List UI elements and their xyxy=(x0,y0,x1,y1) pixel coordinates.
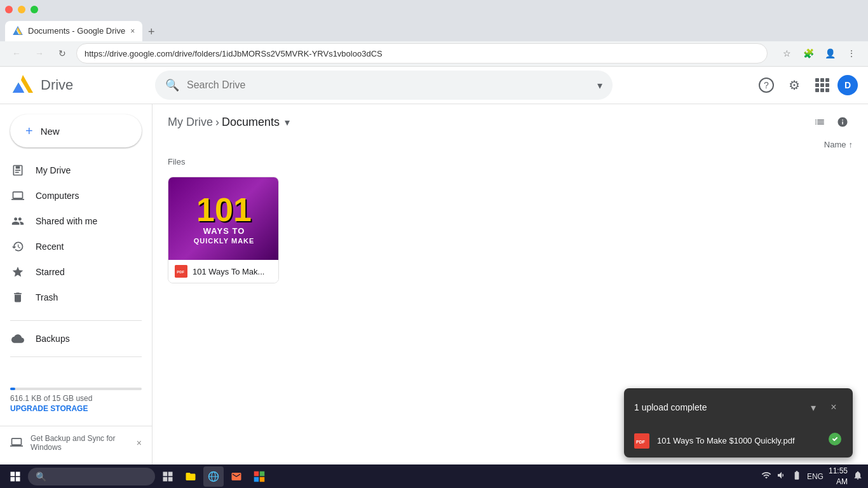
storage-bar-fill xyxy=(10,388,15,390)
tab-close-btn[interactable]: × xyxy=(130,27,135,36)
tab-title: Documents - Google Drive xyxy=(28,26,125,36)
breadcrumb-parent-link[interactable]: My Drive xyxy=(168,116,213,129)
upload-pdf-icon: PDF xyxy=(634,433,649,449)
start-btn[interactable] xyxy=(5,466,25,487)
close-window-btn[interactable] xyxy=(5,6,13,13)
top-bar: Drive 🔍 ▾ ? ⚙ xyxy=(0,67,868,104)
apps-btn[interactable] xyxy=(810,72,835,98)
maximize-window-btn[interactable] xyxy=(31,6,38,13)
new-tab-btn[interactable]: + xyxy=(142,24,160,41)
breadcrumb-current[interactable]: Documents xyxy=(222,116,280,129)
sort-by-name-btn[interactable]: Name ↑ xyxy=(824,140,853,149)
taskbar-task-view-btn[interactable] xyxy=(158,466,178,487)
taskbar-store-btn[interactable] xyxy=(249,466,269,487)
sidebar-item-backups[interactable]: Backups xyxy=(0,326,147,351)
sidebar-item-computers-label: Computers xyxy=(36,191,79,201)
url-bar[interactable]: https://drive.google.com/drive/folders/1… xyxy=(76,43,768,64)
extensions-icon[interactable]: 🧩 xyxy=(799,44,817,62)
url-text: https://drive.google.com/drive/folders/1… xyxy=(85,49,383,58)
forward-btn[interactable]: → xyxy=(31,44,48,62)
upgrade-storage-link[interactable]: UPGRADE STORAGE xyxy=(10,404,88,413)
search-input[interactable] xyxy=(187,79,590,91)
apps-grid-icon xyxy=(815,78,829,92)
trash-icon xyxy=(10,290,25,305)
avatar[interactable]: D xyxy=(837,75,858,95)
taskbar-explorer-btn[interactable] xyxy=(180,466,201,487)
sidebar-item-trash[interactable]: Trash xyxy=(0,285,147,310)
sidebar-item-my-drive[interactable]: My Drive xyxy=(0,158,147,183)
new-button-label: New xyxy=(41,126,60,137)
battery-icon xyxy=(792,470,802,482)
thumb-ways-to-text: WAYS TO xyxy=(203,226,245,236)
search-dropdown-icon[interactable]: ▾ xyxy=(597,79,602,92)
thumb-number-text: 101 xyxy=(196,193,252,226)
sidebar-item-shared[interactable]: Shared with me xyxy=(0,208,147,234)
svg-text:PDF: PDF xyxy=(177,270,184,274)
recent-icon xyxy=(10,239,25,254)
upload-close-btn[interactable]: × xyxy=(825,398,843,416)
backup-sync-label: Get Backup and Sync for Windows xyxy=(31,434,129,452)
svg-rect-12 xyxy=(254,471,259,476)
settings-btn[interactable]: ⚙ xyxy=(782,72,807,98)
sort-arrow-icon: ↑ xyxy=(849,140,853,149)
upload-title: 1 upload complete xyxy=(634,402,799,412)
sidebar-item-recent[interactable]: Recent xyxy=(0,234,147,259)
am-pm-display: AM xyxy=(829,477,848,487)
address-bar: ← → ↻ https://drive.google.com/drive/fol… xyxy=(0,41,868,67)
help-btn[interactable]: ? xyxy=(754,72,779,98)
taskbar-time: 11:55 AM xyxy=(829,466,848,487)
header-actions xyxy=(810,112,853,132)
svg-rect-15 xyxy=(260,477,265,482)
breadcrumb: My Drive › Documents ▾ xyxy=(168,116,290,129)
active-tab[interactable]: Documents - Google Drive × xyxy=(5,21,142,41)
new-button[interactable]: + New xyxy=(10,114,142,147)
title-bar xyxy=(0,0,868,19)
profile-icon[interactable]: 👤 xyxy=(821,44,839,62)
settings-icon: ⚙ xyxy=(789,78,800,93)
sidebar-item-computers[interactable]: Computers xyxy=(0,183,147,208)
drive-logo: Drive xyxy=(10,72,150,98)
taskbar-browser-btn[interactable] xyxy=(203,466,224,487)
sidebar-item-backups-label: Backups xyxy=(36,334,70,344)
browser-frame: Documents - Google Drive × + ← → ↻ https… xyxy=(0,0,868,488)
search-bar[interactable]: 🔍 ▾ xyxy=(155,71,613,100)
list-view-btn[interactable] xyxy=(810,112,830,132)
taskbar-search-bar[interactable]: 🔍 xyxy=(28,468,155,485)
my-drive-icon xyxy=(10,163,25,178)
refresh-btn[interactable]: ↻ xyxy=(53,44,71,62)
file-card[interactable]: 101 WAYS TO QUICKLY MAKE PDF 101 Ways To… xyxy=(168,177,279,283)
backup-sync-item[interactable]: Get Backup and Sync for Windows × xyxy=(0,426,152,459)
files-section-label: Files xyxy=(153,154,868,172)
bookmark-icon[interactable]: ☆ xyxy=(778,44,796,62)
sidebar-divider-2 xyxy=(10,356,142,357)
info-btn[interactable] xyxy=(832,112,853,132)
system-tray-icons xyxy=(761,470,771,482)
volume-icon[interactable] xyxy=(776,470,787,482)
upload-item: PDF 101 Ways To Make $1000 Quickly.pdf xyxy=(624,424,853,458)
sidebar-nav: My Drive Computers Shared with me xyxy=(0,158,152,310)
shared-with-me-icon xyxy=(10,214,25,229)
drive-logo-icon xyxy=(10,72,36,98)
thumb-quickly-make-text: QUICKLY MAKE xyxy=(194,237,255,245)
minimize-window-btn[interactable] xyxy=(18,6,25,13)
upload-collapse-btn[interactable]: ▾ xyxy=(804,398,822,416)
sidebar-item-starred[interactable]: Starred xyxy=(0,259,147,285)
notification-btn[interactable] xyxy=(853,470,863,482)
backups-icon xyxy=(10,331,25,346)
storage-used-text: 616.1 KB of 15 GB used xyxy=(10,394,142,403)
menu-icon[interactable]: ⋮ xyxy=(843,44,860,62)
browser-actions: ☆ 🧩 👤 ⋮ xyxy=(778,44,860,62)
time-display: 11:55 xyxy=(829,466,848,477)
breadcrumb-dropdown-icon[interactable]: ▾ xyxy=(285,116,290,128)
sort-bar: Name ↑ xyxy=(153,137,868,154)
top-actions: ? ⚙ D xyxy=(754,72,858,98)
sidebar-item-recent-label: Recent xyxy=(36,241,64,252)
backup-sync-close-btn[interactable]: × xyxy=(137,438,142,448)
taskbar: 🔍 ENG 11: xyxy=(0,464,868,488)
language-indicator[interactable]: ENG xyxy=(807,472,824,481)
taskbar-mail-btn[interactable] xyxy=(226,466,247,487)
back-btn[interactable]: ← xyxy=(8,44,25,62)
upload-filename: 101 Ways To Make $1000 Quickly.pdf xyxy=(657,436,820,445)
upload-check-icon xyxy=(827,431,843,450)
sidebar-item-starred-label: Starred xyxy=(36,267,65,277)
